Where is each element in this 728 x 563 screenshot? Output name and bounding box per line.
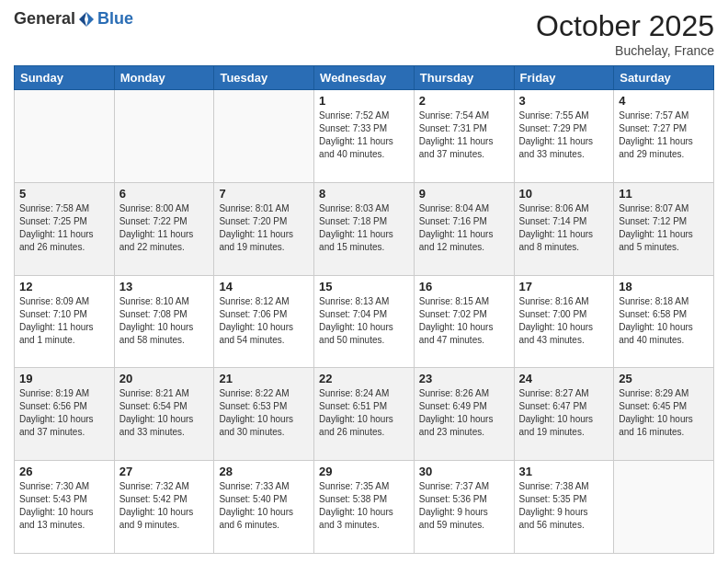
calendar-row-2: 12Sunrise: 8:09 AM Sunset: 7:10 PM Dayli…: [15, 275, 714, 368]
day-info: Sunrise: 8:10 AM Sunset: 7:08 PM Dayligh…: [119, 295, 210, 347]
day-info: Sunrise: 7:32 AM Sunset: 5:42 PM Dayligh…: [119, 480, 210, 532]
day-number: 11: [619, 187, 709, 201]
table-cell: 23Sunrise: 8:26 AM Sunset: 6:49 PM Dayli…: [414, 368, 514, 461]
day-number: 17: [519, 280, 609, 293]
day-number: 15: [319, 280, 409, 293]
day-number: 28: [219, 465, 309, 478]
day-number: 4: [619, 94, 709, 108]
table-cell: 15Sunrise: 8:13 AM Sunset: 7:04 PM Dayli…: [314, 275, 415, 368]
table-cell: [114, 90, 214, 183]
calendar-table: Sunday Monday Tuesday Wednesday Thursday…: [14, 65, 714, 554]
day-number: 3: [519, 94, 609, 108]
table-cell: 11Sunrise: 8:07 AM Sunset: 7:12 PM Dayli…: [614, 182, 714, 275]
day-info: Sunrise: 8:00 AM Sunset: 7:22 PM Dayligh…: [119, 202, 210, 254]
day-info: Sunrise: 7:37 AM Sunset: 5:36 PM Dayligh…: [419, 480, 509, 532]
table-cell: 16Sunrise: 8:15 AM Sunset: 7:02 PM Dayli…: [414, 275, 514, 368]
month-title: October 2025: [536, 9, 714, 43]
calendar-row-1: 5Sunrise: 7:58 AM Sunset: 7:25 PM Daylig…: [15, 182, 714, 275]
table-cell: 19Sunrise: 8:19 AM Sunset: 6:56 PM Dayli…: [15, 368, 115, 461]
day-number: 9: [419, 187, 509, 201]
table-cell: 4Sunrise: 7:57 AM Sunset: 7:27 PM Daylig…: [614, 90, 714, 183]
day-info: Sunrise: 8:26 AM Sunset: 6:49 PM Dayligh…: [419, 387, 509, 439]
table-cell: 27Sunrise: 7:32 AM Sunset: 5:42 PM Dayli…: [114, 461, 214, 554]
header-sunday: Sunday: [15, 66, 115, 90]
day-info: Sunrise: 8:03 AM Sunset: 7:18 PM Dayligh…: [319, 202, 409, 254]
day-number: 6: [119, 187, 210, 201]
day-info: Sunrise: 7:35 AM Sunset: 5:38 PM Dayligh…: [319, 480, 409, 532]
day-info: Sunrise: 8:27 AM Sunset: 6:47 PM Dayligh…: [519, 387, 609, 439]
day-number: 29: [319, 465, 409, 478]
day-info: Sunrise: 8:01 AM Sunset: 7:20 PM Dayligh…: [219, 202, 309, 254]
day-number: 1: [319, 94, 409, 108]
table-cell: [15, 90, 115, 183]
table-cell: 21Sunrise: 8:22 AM Sunset: 6:53 PM Dayli…: [214, 368, 314, 461]
day-number: 22: [319, 372, 409, 385]
day-number: 7: [219, 187, 309, 201]
table-cell: 10Sunrise: 8:06 AM Sunset: 7:14 PM Dayli…: [514, 182, 614, 275]
calendar-row-4: 26Sunrise: 7:30 AM Sunset: 5:43 PM Dayli…: [15, 461, 714, 554]
day-info: Sunrise: 8:06 AM Sunset: 7:14 PM Dayligh…: [519, 202, 609, 254]
table-cell: 9Sunrise: 8:04 AM Sunset: 7:16 PM Daylig…: [414, 182, 514, 275]
day-info: Sunrise: 8:13 AM Sunset: 7:04 PM Dayligh…: [319, 295, 409, 347]
table-cell: 25Sunrise: 8:29 AM Sunset: 6:45 PM Dayli…: [614, 368, 714, 461]
day-number: 10: [519, 187, 609, 201]
table-cell: 5Sunrise: 7:58 AM Sunset: 7:25 PM Daylig…: [15, 182, 115, 275]
day-number: 16: [419, 280, 509, 293]
day-number: 26: [19, 465, 109, 478]
day-info: Sunrise: 7:30 AM Sunset: 5:43 PM Dayligh…: [19, 480, 109, 532]
day-info: Sunrise: 7:55 AM Sunset: 7:29 PM Dayligh…: [519, 109, 609, 161]
day-number: 12: [19, 280, 109, 293]
day-info: Sunrise: 7:38 AM Sunset: 5:35 PM Dayligh…: [519, 480, 609, 532]
table-cell: 31Sunrise: 7:38 AM Sunset: 5:35 PM Dayli…: [514, 461, 614, 554]
day-info: Sunrise: 7:58 AM Sunset: 7:25 PM Dayligh…: [19, 202, 109, 254]
day-info: Sunrise: 8:15 AM Sunset: 7:02 PM Dayligh…: [419, 295, 509, 347]
table-cell: 7Sunrise: 8:01 AM Sunset: 7:20 PM Daylig…: [214, 182, 314, 275]
table-cell: 18Sunrise: 8:18 AM Sunset: 6:58 PM Dayli…: [614, 275, 714, 368]
table-cell: [614, 461, 714, 554]
svg-marker-1: [79, 12, 86, 27]
title-block: October 2025 Buchelay, France: [536, 9, 714, 58]
day-info: Sunrise: 7:33 AM Sunset: 5:40 PM Dayligh…: [219, 480, 309, 532]
logo: General Blue: [14, 9, 133, 29]
header-tuesday: Tuesday: [214, 66, 314, 90]
calendar-row-3: 19Sunrise: 8:19 AM Sunset: 6:56 PM Dayli…: [15, 368, 714, 461]
logo-general: General: [14, 9, 75, 29]
day-number: 2: [419, 94, 509, 108]
table-cell: [214, 90, 314, 183]
table-cell: 8Sunrise: 8:03 AM Sunset: 7:18 PM Daylig…: [314, 182, 415, 275]
table-cell: 2Sunrise: 7:54 AM Sunset: 7:31 PM Daylig…: [414, 90, 514, 183]
day-number: 14: [219, 280, 309, 293]
day-info: Sunrise: 8:19 AM Sunset: 6:56 PM Dayligh…: [19, 387, 109, 439]
day-number: 5: [19, 187, 109, 201]
table-cell: 20Sunrise: 8:21 AM Sunset: 6:54 PM Dayli…: [114, 368, 214, 461]
table-cell: 22Sunrise: 8:24 AM Sunset: 6:51 PM Dayli…: [314, 368, 415, 461]
table-cell: 14Sunrise: 8:12 AM Sunset: 7:06 PM Dayli…: [214, 275, 314, 368]
day-number: 27: [119, 465, 210, 478]
day-info: Sunrise: 8:09 AM Sunset: 7:10 PM Dayligh…: [19, 295, 109, 347]
table-cell: 30Sunrise: 7:37 AM Sunset: 5:36 PM Dayli…: [414, 461, 514, 554]
table-cell: 24Sunrise: 8:27 AM Sunset: 6:47 PM Dayli…: [514, 368, 614, 461]
day-info: Sunrise: 8:18 AM Sunset: 6:58 PM Dayligh…: [619, 295, 709, 347]
day-info: Sunrise: 8:22 AM Sunset: 6:53 PM Dayligh…: [219, 387, 309, 439]
logo-text: General Blue: [14, 9, 133, 29]
logo-blue: Blue: [97, 9, 133, 29]
table-cell: 29Sunrise: 7:35 AM Sunset: 5:38 PM Dayli…: [314, 461, 415, 554]
header-wednesday: Wednesday: [314, 66, 415, 90]
day-number: 8: [319, 187, 409, 201]
day-number: 18: [619, 280, 709, 293]
table-cell: 28Sunrise: 7:33 AM Sunset: 5:40 PM Dayli…: [214, 461, 314, 554]
day-number: 21: [219, 372, 309, 385]
day-number: 30: [419, 465, 509, 478]
day-number: 13: [119, 280, 210, 293]
location: Buchelay, France: [536, 43, 714, 58]
svg-marker-0: [86, 12, 94, 27]
table-cell: 12Sunrise: 8:09 AM Sunset: 7:10 PM Dayli…: [15, 275, 115, 368]
day-info: Sunrise: 8:29 AM Sunset: 6:45 PM Dayligh…: [619, 387, 709, 439]
calendar-header-row: Sunday Monday Tuesday Wednesday Thursday…: [15, 66, 714, 90]
day-number: 19: [19, 372, 109, 385]
header: General Blue October 2025 Buchelay, Fran…: [14, 9, 714, 58]
table-cell: 26Sunrise: 7:30 AM Sunset: 5:43 PM Dayli…: [15, 461, 115, 554]
logo-icon: [77, 10, 96, 29]
table-cell: 1Sunrise: 7:52 AM Sunset: 7:33 PM Daylig…: [314, 90, 415, 183]
day-number: 24: [519, 372, 609, 385]
